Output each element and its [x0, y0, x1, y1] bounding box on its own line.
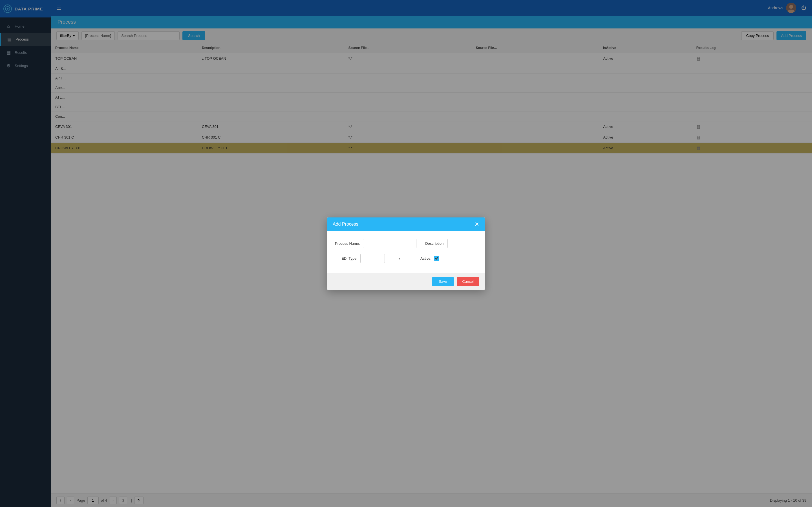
add-process-modal: Add Process ✕ Process Name: Description:…	[327, 217, 485, 290]
modal-footer: Save Cancel	[327, 273, 485, 290]
active-checkbox[interactable]	[434, 256, 439, 261]
description-group: Description:	[422, 239, 485, 248]
modal-title: Add Process	[333, 222, 358, 227]
process-name-group: Process Name:	[335, 239, 416, 248]
modal-header: Add Process ✕	[327, 217, 485, 231]
description-input[interactable]	[448, 239, 485, 248]
process-name-label: Process Name:	[335, 241, 360, 245]
cancel-button[interactable]: Cancel	[457, 277, 479, 286]
modal-body: Process Name: Description: EDI Type: EDI…	[327, 231, 485, 273]
edi-type-select-wrapper: EDI Type 1 EDI Type 2	[360, 254, 403, 263]
modal-overlay: Add Process ✕ Process Name: Description:…	[0, 0, 812, 507]
save-button[interactable]: Save	[432, 277, 454, 286]
active-group: Active:	[409, 256, 477, 261]
modal-close-button[interactable]: ✕	[474, 221, 479, 227]
edi-type-select[interactable]: EDI Type 1 EDI Type 2	[360, 254, 385, 263]
edi-type-label: EDI Type:	[335, 256, 357, 261]
form-row-2: EDI Type: EDI Type 1 EDI Type 2 Active:	[335, 254, 477, 263]
form-row-1: Process Name: Description:	[335, 239, 477, 248]
edi-type-group: EDI Type: EDI Type 1 EDI Type 2	[335, 254, 403, 263]
description-label: Description:	[422, 241, 445, 245]
active-label: Active:	[409, 256, 432, 261]
process-name-input[interactable]	[363, 239, 416, 248]
